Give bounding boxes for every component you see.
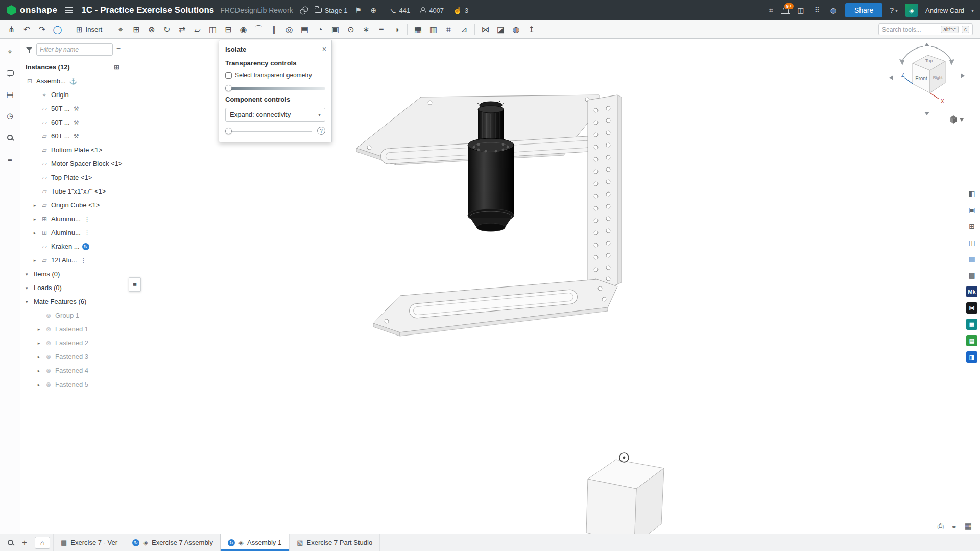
transparency-slider-track[interactable] [225,87,325,90]
tool-linear-pattern-icon[interactable]: ▤ [297,22,312,37]
component-slider-track[interactable] [225,131,312,132]
tool-circular-pattern-icon[interactable]: ◔ [313,22,327,37]
panel-flyout-handle[interactable]: ≡ [129,277,141,292]
tree-item-tube[interactable]: ▱ Tube 1"x1"x7" <1> [20,184,125,198]
app-icon-4[interactable]: ▤ [966,335,977,346]
rotate-east-icon[interactable] [961,73,965,78]
share-button[interactable]: Share [845,3,882,17]
tool-slider-mate-icon[interactable]: ⇄ [175,22,189,37]
tool-mate-icon[interactable]: ⌖ [113,22,128,37]
document-location[interactable]: Stage 1 [315,7,348,14]
tool-structure-icon[interactable]: ▥ [426,22,441,37]
rotate-up-icon[interactable] [924,43,929,46]
filter-input[interactable] [36,43,113,56]
tree-item-bottom-plate[interactable]: ▱ Bottom Plate <1> [20,143,125,157]
mate-item-fastened-5[interactable]: ▸ ⊗ Fastened 5 [20,377,125,391]
search-tools-input[interactable] [882,26,938,33]
chevron-right-icon[interactable]: ▸ [36,368,42,373]
search-icon[interactable] [5,133,16,142]
comments-icon[interactable] [5,68,16,78]
tree-item-origin[interactable]: ⌖ Origin [20,88,125,102]
tool-mass-properties-icon[interactable]: ⊿ [457,22,471,37]
tool-named-positions-icon[interactable]: ≡ [374,22,389,37]
transparency-slider[interactable] [225,85,325,91]
help-icon[interactable]: ? [317,127,325,135]
transparency-slider-handle[interactable] [225,85,232,91]
tree-item-aluminum-b[interactable]: ▸ ⊞ Aluminu... ⋮ [20,226,125,239]
grid-view-icon[interactable]: ▦ [965,521,972,531]
notifications-button[interactable]: 9+ [783,7,789,14]
tool-measure-icon[interactable]: ⌗ [441,22,456,37]
add-tab-icon[interactable]: + [17,534,32,551]
tool-tangent-mate-icon[interactable]: ⌒ [251,22,266,37]
tab-exercise-7-ver[interactable]: ▤ Exercise 7 - Ver [53,534,125,551]
mate-connector-marker[interactable] [619,453,629,462]
tab-assembly-1[interactable]: ↻ ◈ Assembly 1 [220,534,289,551]
tree-item-aluminum-a[interactable]: ▸ ⊞ Aluminu... ⋮ [20,212,125,226]
view-cube[interactable]: Top Front Right Z X [886,41,968,133]
tab-exercise-7-part-studio[interactable]: ▧ Exercise 7 Part Studio [289,534,380,551]
select-transparent-checkbox[interactable] [225,72,232,79]
tool-replicate-icon[interactable]: ▣ [328,22,343,37]
tool-snapshot-icon[interactable]: ⊙ [343,22,358,37]
mate-item-fastened-2[interactable]: ▸ ⊗ Fastened 2 [20,336,125,350]
outline-icon[interactable]: ≡ [5,154,16,163]
edit-in-context-icon[interactable]: ◯ [50,22,65,37]
undo-icon[interactable]: ↶ [19,22,34,37]
overflow-dots-icon[interactable]: ⋮ [81,257,87,264]
tool-bill-of-materials-icon[interactable]: ▦ [411,22,425,37]
isolate-dialog-header[interactable]: Isolate × [219,40,331,54]
tool-section-view-icon[interactable]: ◪ [493,22,508,37]
graphics-viewport[interactable]: Isolate × Transparency controls Select t… [125,39,980,534]
mate-item-fastened-1[interactable]: ▸ ⊗ Fastened 1 [20,322,125,336]
app-icon-1[interactable]: Mk [966,286,977,297]
tool-parallel-mate-icon[interactable]: ∥ [267,22,281,37]
tool-explode-icon[interactable]: ∗ [358,22,373,37]
expand-dropdown[interactable]: Expand: connectivity ▾ [225,108,325,122]
chevron-right-icon[interactable]: ▸ [32,203,38,208]
main-menu-icon[interactable] [63,5,75,15]
tool-export-icon[interactable]: ↥ [524,22,539,37]
close-icon[interactable]: × [322,45,326,53]
update-available-icon[interactable]: ↻ [82,243,89,250]
app-icon-2[interactable]: ⋈ [966,302,977,314]
shaded-view-icon[interactable]: ◒ [952,521,957,531]
avatar[interactable]: ◈ [905,4,918,17]
chevron-right-icon[interactable]: ▸ [36,327,42,332]
tree-item-origin-cube[interactable]: ▸ ▱ Origin Cube <1> [20,198,125,212]
tool-display-states-icon[interactable]: ◑ [389,22,404,37]
dock-panel-icon-5[interactable]: ▦ [966,253,977,265]
mate-item-fastened-4[interactable]: ▸ ⊗ Fastened 4 [20,364,125,377]
rotate-down-icon[interactable] [924,112,929,115]
create-folder-icon[interactable]: ⊞ [114,63,119,71]
follow-mode-icon[interactable]: ⌖ [5,47,16,56]
overflow-dots-icon[interactable]: ⋮ [84,215,90,223]
filter-icon[interactable] [26,46,33,53]
panels-icon[interactable]: ◫ [796,6,805,14]
mate-item-fastened-3[interactable]: ▸ ⊗ Fastened 3 [20,350,125,364]
history-icon[interactable]: ◷ [5,111,16,121]
tree-item-kraken[interactable]: ▱ Kraken ... ↻ [20,239,125,253]
dock-panel-icon-6[interactable]: ▤ [966,270,977,281]
zoom-tools-icon[interactable] [3,534,17,551]
tree-item-50t[interactable]: ▱ 50T ... ⚒ [20,102,125,115]
flag-icon[interactable]: ⚑ [353,6,363,14]
tab-exercise-7-assembly[interactable]: ↻ ◈ Exercise 7 Assembly [125,534,220,551]
public-globe-icon[interactable]: ⊕ [369,6,378,14]
mate-features-section-header[interactable]: ▾ Mate Features (6) [20,295,125,308]
list-settings-icon[interactable]: ≡ [116,45,121,54]
tree-item-60t-b[interactable]: ▱ 60T ... ⚒ [20,129,125,143]
tree-item-assembly-root[interactable]: ⊡ Assemb... ⚓ [20,74,125,88]
chevron-right-icon[interactable]: ▸ [32,217,38,222]
tool-appearance-icon[interactable]: ◍ [509,22,523,37]
tree-item-top-plate[interactable]: ▱ Top Plate <1> [20,171,125,184]
link-icon[interactable] [299,8,308,13]
search-tools-box[interactable]: alt/⌥ c [878,23,973,35]
help-menu[interactable]: ? ▾ [890,6,898,14]
items-section-header[interactable]: ▾ Items (0) [20,267,125,281]
tool-interference-icon[interactable]: ⋈ [478,22,493,37]
print-icon[interactable]: ⎙ [938,521,944,531]
loads-section-header[interactable]: ▾ Loads (0) [20,281,125,295]
chevron-right-icon[interactable]: ▸ [36,341,42,346]
mate-item-group-1[interactable]: ⊚ Group 1 [20,308,125,322]
